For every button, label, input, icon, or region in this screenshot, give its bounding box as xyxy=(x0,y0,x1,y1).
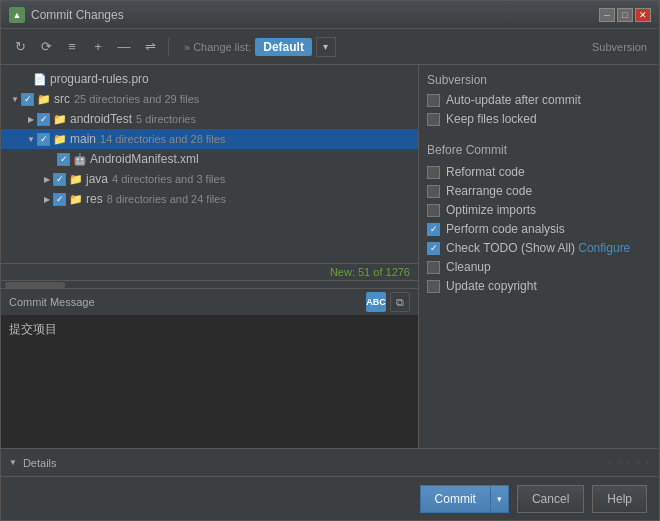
commit-dropdown-button[interactable]: ▾ xyxy=(490,485,509,513)
keep-files-checkbox[interactable] xyxy=(427,113,440,126)
bottom-panel: ▼ Details · · · · · Commit ▾ Cancel Help xyxy=(1,448,659,520)
analyze-label: Perform code analysis xyxy=(446,222,565,236)
tree-item-main[interactable]: ▼ ✓ 📁 main 14 directories and 28 files xyxy=(1,129,418,149)
cleanup-item: Cleanup xyxy=(427,260,651,274)
details-arrow-icon: ▼ xyxy=(9,458,17,467)
before-commit-section: Before Commit Reformat code Rearrange co… xyxy=(427,139,651,298)
cancel-button[interactable]: Cancel xyxy=(517,485,584,513)
keep-files-item: Keep files locked xyxy=(427,112,651,126)
todo-label: Check TODO (Show All) Configure xyxy=(446,241,630,255)
auto-update-checkbox[interactable] xyxy=(427,94,440,107)
toolbar-diff-btn[interactable]: ⇌ xyxy=(139,36,161,58)
title-bar-controls: ─ □ ✕ xyxy=(599,8,651,22)
arrow-icon: ▼ xyxy=(9,93,21,105)
res-checkbox[interactable]: ✓ xyxy=(53,193,66,206)
commit-message-label: Commit Message xyxy=(9,296,95,308)
reformat-item: Reformat code xyxy=(427,165,651,179)
commit-button[interactable]: Commit xyxy=(420,485,490,513)
tree-item-count: 5 directories xyxy=(136,113,196,125)
optimize-label: Optimize imports xyxy=(446,203,536,217)
arrow-icon: ▶ xyxy=(41,193,53,205)
rearrange-label: Rearrange code xyxy=(446,184,532,198)
rearrange-item: Rearrange code xyxy=(427,184,651,198)
arrow-icon: ▶ xyxy=(41,173,53,185)
toolbar: ↻ ⟳ ≡ + — ⇌ » Change list: Default ▾ Sub… xyxy=(1,29,659,65)
tree-item-androidtest[interactable]: ▶ ✓ 📁 androidTest 5 directories xyxy=(1,109,418,129)
src-checkbox[interactable]: ✓ xyxy=(21,93,34,106)
horizontal-scrollbar[interactable] xyxy=(1,280,418,288)
maximize-button[interactable]: □ xyxy=(617,8,633,22)
folder-icon: 📁 xyxy=(69,172,83,186)
arrow-icon: ▶ xyxy=(25,113,37,125)
abc-tool-button[interactable]: ABC xyxy=(366,292,386,312)
tree-item-label: proguard-rules.pro xyxy=(50,72,149,86)
tree-item-res[interactable]: ▶ ✓ 📁 res 8 directories and 24 files xyxy=(1,189,418,209)
folder-icon: 📁 xyxy=(53,132,67,146)
androidtest-checkbox[interactable]: ✓ xyxy=(37,113,50,126)
before-commit-title: Before Commit xyxy=(427,143,651,157)
manifest-checkbox[interactable]: ✓ xyxy=(57,153,70,166)
copyright-checkbox[interactable] xyxy=(427,280,440,293)
rearrange-checkbox[interactable] xyxy=(427,185,440,198)
auto-update-label: Auto-update after commit xyxy=(446,93,581,107)
tree-item-count: 14 directories and 28 files xyxy=(100,133,225,145)
analyze-item: ✓ Perform code analysis xyxy=(427,222,651,236)
optimize-checkbox[interactable] xyxy=(427,204,440,217)
tree-item-label: androidTest xyxy=(70,112,132,126)
folder-icon: 📁 xyxy=(37,92,51,106)
svn-section: Subversion Auto-update after commit Keep… xyxy=(427,73,651,131)
toolbar-list-btn[interactable]: ≡ xyxy=(61,36,83,58)
cleanup-checkbox[interactable] xyxy=(427,261,440,274)
tree-item-src[interactable]: ▼ ✓ 📁 src 25 directories and 29 files xyxy=(1,89,418,109)
tree-item-label: AndroidManifest.xml xyxy=(90,152,199,166)
minimize-button[interactable]: ─ xyxy=(599,8,615,22)
tree-item-proguard[interactable]: 📄 proguard-rules.pro xyxy=(1,69,418,89)
left-panel: 📄 proguard-rules.pro ▼ ✓ 📁 src 25 direct… xyxy=(1,65,419,448)
window-title: Commit Changes xyxy=(31,8,599,22)
copy-tool-button[interactable]: ⧉ xyxy=(390,292,410,312)
toolbar-remove-btn[interactable]: — xyxy=(113,36,135,58)
right-panel: Subversion Auto-update after commit Keep… xyxy=(419,65,659,448)
close-button[interactable]: ✕ xyxy=(635,8,651,22)
tree-item-java[interactable]: ▶ ✓ 📁 java 4 directories and 3 files xyxy=(1,169,418,189)
java-checkbox[interactable]: ✓ xyxy=(53,173,66,186)
reformat-label: Reformat code xyxy=(446,165,525,179)
folder-icon: 📁 xyxy=(53,112,67,126)
arrow-icon: ▼ xyxy=(25,133,37,145)
details-dots: · · · · · xyxy=(608,457,651,468)
details-section[interactable]: ▼ Details · · · · · xyxy=(1,448,659,476)
action-bar: Commit ▾ Cancel Help xyxy=(1,476,659,520)
tree-item-label: java xyxy=(86,172,108,186)
tree-item-count: 8 directories and 24 files xyxy=(107,193,226,205)
commit-split-button: Commit ▾ xyxy=(420,485,509,513)
changelist-section: » Change list: Default ▾ xyxy=(184,37,336,57)
commit-message-section: Commit Message ABC ⧉ 提交项目 xyxy=(1,288,418,448)
toolbar-update-btn[interactable]: ⟳ xyxy=(35,36,57,58)
file-tree[interactable]: 📄 proguard-rules.pro ▼ ✓ 📁 src 25 direct… xyxy=(1,65,418,263)
todo-item: ✓ Check TODO (Show All) Configure xyxy=(427,241,651,255)
tree-item-label: res xyxy=(86,192,103,206)
changelist-button[interactable]: Default xyxy=(255,38,312,56)
tree-item-label: main xyxy=(70,132,96,146)
xml-icon: 🤖 xyxy=(73,152,87,166)
reformat-checkbox[interactable] xyxy=(427,166,440,179)
main-checkbox[interactable]: ✓ xyxy=(37,133,50,146)
title-bar: ▲ Commit Changes ─ □ ✕ xyxy=(1,1,659,29)
todo-checkbox[interactable]: ✓ xyxy=(427,242,440,255)
window-icon: ▲ xyxy=(9,7,25,23)
folder-icon: 📁 xyxy=(69,192,83,206)
commit-changes-window: ▲ Commit Changes ─ □ ✕ ↻ ⟳ ≡ + — ⇌ » Cha… xyxy=(0,0,660,521)
toolbar-add-btn[interactable]: + xyxy=(87,36,109,58)
analyze-checkbox[interactable]: ✓ xyxy=(427,223,440,236)
configure-link[interactable]: Configure xyxy=(578,241,630,255)
commit-message-input[interactable]: 提交项目 xyxy=(1,315,418,448)
changelist-label: » Change list: xyxy=(184,41,251,53)
help-button[interactable]: Help xyxy=(592,485,647,513)
changelist-dropdown[interactable]: ▾ xyxy=(316,37,336,57)
vcs-label: Subversion xyxy=(592,41,647,53)
toolbar-separator xyxy=(168,38,169,56)
tree-item-manifest[interactable]: ✓ 🤖 AndroidManifest.xml xyxy=(1,149,418,169)
toolbar-refresh-btn[interactable]: ↻ xyxy=(9,36,31,58)
details-label: Details xyxy=(23,457,57,469)
commit-message-header: Commit Message ABC ⧉ xyxy=(1,289,418,315)
